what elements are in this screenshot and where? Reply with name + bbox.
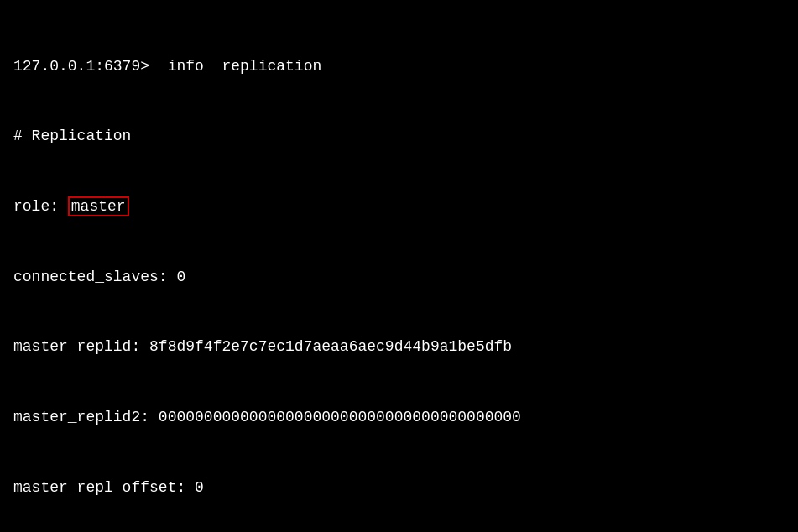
terminal-window: 127.0.0.1:6379> info replication # Repli… — [13, 8, 785, 532]
section-header-1: # Replication — [13, 125, 785, 149]
connected-slaves-1: connected_slaves: 0 — [13, 266, 785, 289]
prompt-line-1: 127.0.0.1:6379> info replication — [13, 55, 785, 79]
master-repl-offset-1: master_repl_offset: 0 — [13, 477, 785, 500]
master-replid2-1: master_replid2: 000000000000000000000000… — [13, 406, 785, 430]
role-value-master: master — [68, 196, 129, 216]
role-line-1: role: master — [13, 196, 785, 219]
master-replid-1: master_replid: 8f8d9f4f2e7c7ec1d7aeaa6ae… — [13, 336, 785, 359]
